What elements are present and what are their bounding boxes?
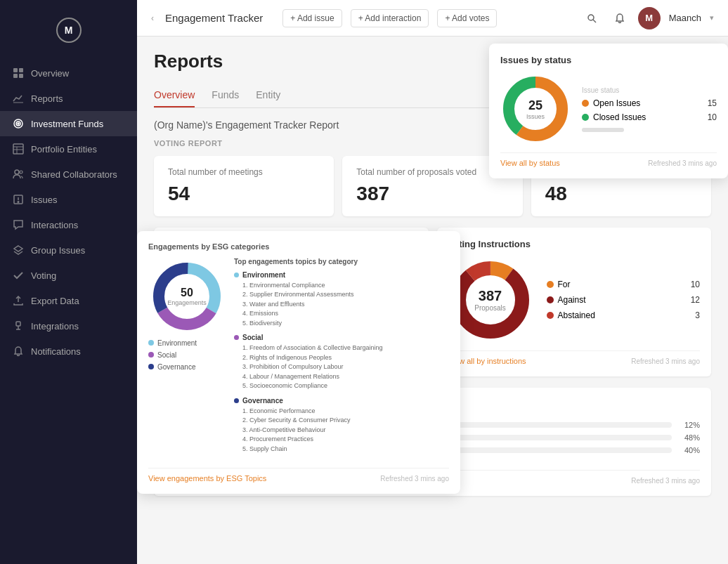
progress-bar	[582, 128, 624, 132]
svg-rect-8	[13, 144, 23, 154]
issues-center-label: Issues	[526, 113, 545, 120]
add-issue-button[interactable]: + Add issue	[282, 9, 342, 27]
env-header-dot	[234, 273, 239, 277]
gov-header-dot	[234, 398, 239, 403]
table-icon	[13, 143, 24, 155]
sidebar-item-label: Portfolio Entities	[31, 144, 97, 155]
add-interaction-button[interactable]: + Add interaction	[351, 9, 429, 27]
stat-value-2: 48	[545, 183, 697, 205]
add-votes-button[interactable]: + Add votes	[437, 9, 497, 27]
tab-entity[interactable]: Entity	[256, 84, 280, 107]
sidebar-item-label: Issues	[31, 195, 58, 205]
for-dot	[547, 281, 554, 288]
esg-refreshed: Refreshed 3 mins ago	[631, 477, 700, 485]
check-icon	[13, 270, 24, 281]
bar-pct-0: 12%	[677, 421, 700, 429]
esg-popup-footer: View engagements by ESG Topics Refreshed…	[148, 468, 449, 483]
sidebar-item-label: Export Data	[31, 296, 79, 306]
sidebar-item-interactions[interactable]: Interactions	[0, 212, 137, 237]
sidebar-item-notifications[interactable]: Notifications	[0, 339, 137, 364]
legend-abstained: Abstained 3	[547, 310, 701, 320]
gov-topics: Governance 1. Economic Performance2. Cyb…	[234, 397, 449, 454]
esg-social-legend: Social	[148, 351, 226, 359]
open-issues-count: 15	[708, 98, 717, 108]
bar-pct-2: 40%	[677, 446, 700, 454]
env-dot	[148, 340, 154, 346]
esg-center-label: Engagements	[167, 299, 207, 306]
svg-point-12	[15, 170, 19, 174]
svg-point-7	[18, 123, 19, 124]
voting-instructions-content: 387 Proposals For 10	[448, 258, 701, 342]
esg-donut-section: 50 Engagements Environment Social	[148, 258, 226, 460]
sidebar-item-issues[interactable]: Issues	[0, 187, 137, 212]
chart-icon	[13, 93, 24, 104]
user-name[interactable]: Maanch	[669, 13, 701, 23]
svg-rect-17	[16, 322, 20, 326]
stat-label-1: Total number of proposals voted	[356, 167, 508, 177]
tab-funds[interactable]: Funds	[212, 84, 239, 107]
esg-env-legend: Environment	[148, 339, 226, 347]
esg-total: 50	[167, 287, 207, 299]
sidebar-logo: M	[0, 7, 137, 53]
sidebar-item-label: Voting	[31, 270, 56, 281]
sidebar-item-group-issues[interactable]: Group Issues	[0, 237, 137, 263]
svg-rect-3	[19, 74, 23, 78]
sidebar-item-reports[interactable]: Reports	[0, 86, 137, 111]
for-count: 10	[691, 280, 700, 289]
sidebar-item-label: Integrations	[31, 321, 79, 332]
tab-overview[interactable]: Overview	[154, 84, 195, 107]
social-label: Social	[157, 351, 176, 359]
social-topics-title: Social	[242, 334, 263, 341]
svg-point-16	[18, 202, 19, 203]
voting-legend: For 10 Against 12	[547, 280, 701, 320]
sidebar-item-overview[interactable]: Overview	[0, 60, 137, 86]
env-topics-header: Environment	[234, 271, 449, 279]
open-issues-dot	[582, 100, 589, 107]
view-all-esg-topics[interactable]: View engagements by ESG Topics	[148, 474, 266, 483]
closed-issues-count: 10	[708, 112, 717, 122]
voting-footer: View all by instructions Refreshed 3 min…	[448, 350, 701, 365]
sidebar-item-label: Investment Funds	[31, 119, 103, 129]
gov-topic-list: 1. Economic Performance2. Cyber Security…	[234, 407, 449, 454]
view-all-status[interactable]: View all by status	[500, 159, 560, 167]
user-avatar[interactable]: M	[638, 7, 661, 29]
notifications-bell-icon[interactable]	[610, 8, 630, 28]
svg-rect-0	[13, 68, 18, 72]
gov-dot	[148, 364, 154, 369]
search-icon[interactable]	[582, 8, 602, 28]
sidebar-item-investment-funds[interactable]: Investment Funds	[0, 111, 137, 136]
sidebar-item-integrations[interactable]: Integrations	[0, 313, 137, 339]
gov-label: Governance	[157, 363, 195, 371]
social-topics-header: Social	[234, 334, 449, 341]
sidebar-item-portfolio-entities[interactable]: Portfolio Entities	[0, 136, 137, 162]
issues-center: 25 Issues	[526, 98, 545, 120]
sidebar-item-voting[interactable]: Voting	[0, 263, 137, 288]
against-count: 12	[691, 295, 700, 305]
social-dot	[148, 352, 154, 358]
sidebar-item-label: Group Issues	[31, 245, 85, 256]
voting-instructions-donut: 387 Proposals	[448, 258, 533, 342]
env-topics: Environment 1. Environmental Compliance2…	[234, 271, 449, 329]
esg-donut-center: 50 Engagements	[167, 287, 207, 306]
sidebar-item-export-data[interactable]: Export Data	[0, 288, 137, 313]
esg-gov-legend: Governance	[148, 363, 226, 371]
voting-refreshed: Refreshed 3 mins ago	[631, 358, 700, 365]
voting-instructions-title: Voting Instructions	[448, 239, 701, 249]
closed-issues-dot	[582, 114, 589, 121]
voting-total: 387	[474, 288, 505, 304]
sidebar-item-shared-collaborators[interactable]: Shared Collaborators	[0, 162, 137, 187]
sidebar-item-label: Reports	[31, 93, 63, 104]
esg-popup-refreshed: Refreshed 3 mins ago	[380, 475, 449, 483]
gov-topics-header: Governance	[234, 397, 449, 405]
back-arrow[interactable]: ‹	[151, 13, 154, 23]
svg-line-21	[593, 20, 596, 22]
plug-icon	[13, 320, 24, 332]
issues-donut: 25 Issues	[500, 74, 571, 144]
upload-icon	[13, 295, 24, 306]
esg-segment-legend: Environment Social Governance	[148, 339, 226, 371]
svg-rect-2	[13, 74, 18, 78]
svg-point-13	[20, 171, 22, 173]
svg-rect-1	[19, 68, 23, 72]
user-dropdown-arrow[interactable]: ▾	[710, 13, 714, 22]
esg-donut: 50 Engagements	[148, 258, 226, 335]
